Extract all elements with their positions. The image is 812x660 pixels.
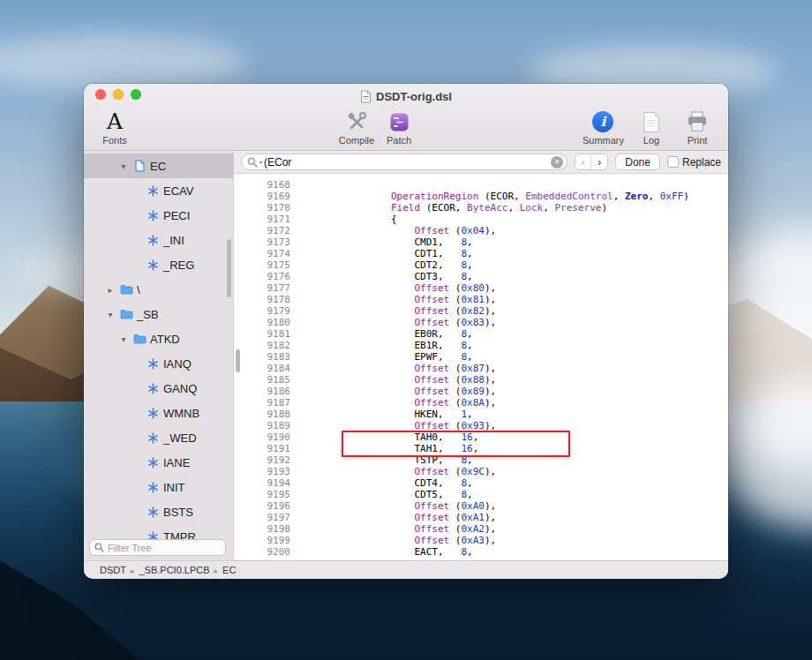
line-number: 9169 [234,191,297,202]
code-line: 9170 Field (ECOR, ByteAcc, Lock, Preserv… [234,202,728,214]
done-button[interactable]: Done [615,154,660,170]
sidebar-item-init[interactable]: INIT [84,475,233,499]
line-number: 9176 [234,271,297,282]
sidebar-scrollbar[interactable] [227,239,231,297]
sidebar-item-bsts[interactable]: BSTS [84,499,233,524]
line-number: 9191 [234,443,297,454]
sidebar-item-_sb[interactable]: ▾ _SB [84,302,233,326]
code-line: 9168 [234,179,728,191]
code-text: EACT, 8, [297,546,473,558]
sidebar-item-atkd[interactable]: ▾ ATKD [84,326,233,351]
sidebar-item-wmnb[interactable]: WMNB [84,401,233,425]
method-icon [146,358,160,370]
line-number: 9185 [234,374,297,386]
line-number: 9171 [234,214,297,225]
line-number: 9194 [234,477,297,489]
window-title: DSDT-orig.dsl [376,90,452,103]
code-line: 9169 OperationRegion (ECOR, EmbeddedCont… [234,191,728,202]
code-line: 9183 EPWF, 8, [234,351,728,363]
line-number: 9190 [234,431,297,443]
compile-label: Compile [339,135,374,146]
document-icon [360,90,372,103]
disclosure-icon[interactable]: ▾ [105,310,116,319]
disclosure-icon[interactable]: ▸ [105,285,116,295]
zoom-button[interactable] [131,89,141,100]
method-icon [146,383,160,394]
breadcrumb-item[interactable]: _SB.PCI0.LPCB [139,565,209,575]
sidebar-tree: ▾ EC ECAV PECI _INI _REG ▸ \ ▾ _SB ▾ ATK… [84,151,233,549]
search-icon [247,157,258,168]
code-line: 9193 Offset (0x9C), [234,466,728,477]
line-number: 9172 [234,225,297,236]
code-text: CDT3, 8, [297,271,473,282]
clear-search-icon[interactable]: × [551,156,563,169]
breadcrumb-item[interactable]: DSDT [100,565,126,575]
summary-button[interactable]: i Summary [583,109,624,146]
find-previous-button[interactable]: ‹ [575,154,591,169]
line-number: 9199 [234,535,297,546]
line-number: 9189 [234,420,297,431]
print-button[interactable]: Print [679,109,716,146]
code-text: CDT4, 8, [297,477,473,489]
patch-label: Patch [387,135,411,146]
summary-info-icon: i [592,109,613,134]
line-number: 9187 [234,397,297,409]
folder-icon [119,309,133,319]
traffic-lights [95,89,141,100]
code-text: Field (ECOR, ByteAcc, Lock, Preserve) [297,202,607,214]
code-editor[interactable]: 91689169 OperationRegion (ECOR, Embedded… [234,174,728,560]
info-glyph: i [601,114,606,130]
sidebar-item-iane[interactable]: IANE [84,450,233,475]
search-menu-chevron-icon[interactable]: ▾ [259,159,262,165]
code-line: 9174 CDT1, 8, [234,248,728,259]
search-field[interactable]: ▾ × [241,154,568,170]
find-next-button[interactable]: › [591,154,607,169]
sidebar-item-ec[interactable]: ▾ EC [84,154,233,178]
line-number: 9195 [234,489,297,500]
replace-checkbox[interactable] [667,156,679,168]
sidebar-item-_ini[interactable]: _INI [84,228,233,252]
code-line: 9177 Offset (0x80), [234,282,728,294]
line-number: 9186 [234,386,297,397]
filter-tree-field[interactable] [89,539,226,556]
minimize-button[interactable] [113,89,124,100]
line-number: 9168 [234,179,297,191]
disclosure-icon[interactable]: ▾ [118,161,129,171]
scrollbar-pill[interactable] [236,349,240,372]
document-icon [132,160,147,172]
sidebar-item-ianq[interactable]: IANQ [84,351,233,376]
line-number: 9197 [234,512,297,523]
compile-button[interactable]: Compile [338,109,375,146]
replace-option: Replace [667,156,721,169]
search-icon [94,543,104,552]
code-text: EPWF, 8, [297,351,473,363]
desktop-wallpaper: DSDT-orig.dsl A Fonts [0,0,812,660]
summary-label: Summary [583,135,624,146]
disclosure-icon[interactable]: ▾ [118,334,129,344]
line-number: 9175 [234,259,297,271]
code-line: 9198 Offset (0xA2), [234,523,728,535]
sidebar-item-_reg[interactable]: _REG [84,252,233,277]
sidebar-item-root[interactable]: ▸ \ [84,277,233,302]
status-bar: DSDT▸_SB.PCI0.LPCB▸EC [84,560,728,579]
breadcrumb-item[interactable]: EC [222,565,236,575]
search-input[interactable] [264,156,549,169]
log-icon [643,109,660,134]
sidebar-item-peci[interactable]: PECI [84,203,233,228]
code-text: EB0R, 8, [297,328,473,340]
window-titlebar[interactable]: DSDT-orig.dsl [84,84,728,105]
print-label: Print [688,135,708,146]
line-number: 9183 [234,351,297,363]
sidebar-item-ecav[interactable]: ECAV [84,178,233,203]
code-line: 9182 EB1R, 8, [234,340,728,351]
sidebar-item-_wed[interactable]: _WED [84,425,233,450]
fonts-button[interactable]: A Fonts [96,109,133,146]
sidebar-item-ganq[interactable]: GANQ [84,376,233,401]
filter-tree-input[interactable] [108,543,221,553]
code-line: 9195 CDT5, 8, [234,489,728,500]
close-button[interactable] [95,89,106,100]
patch-button[interactable]: Patch [380,109,417,146]
log-button[interactable]: Log [633,109,670,146]
code-text: Offset (0x8A), [297,397,496,409]
tree-item-label: PECI [163,209,190,222]
